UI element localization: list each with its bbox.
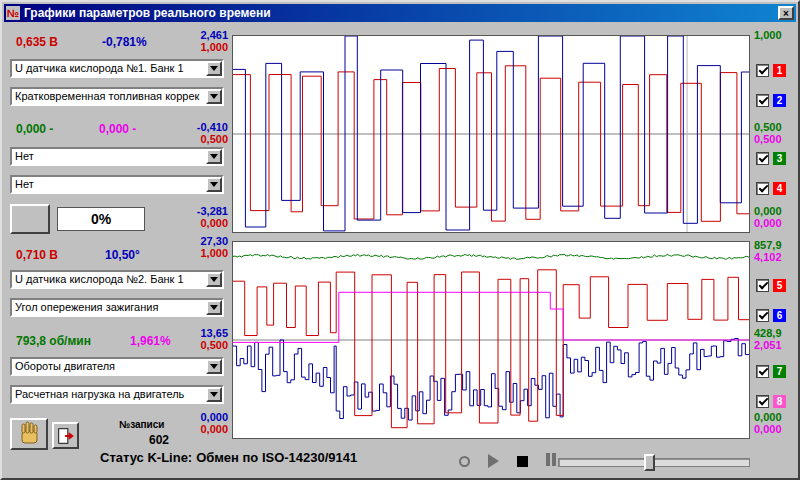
channel7-select-value: Обороты двигателя — [12, 359, 206, 374]
record-label: №записи — [119, 419, 164, 430]
channel-4-row: 4 — [756, 182, 786, 195]
channel2-value: -0,781% — [102, 35, 147, 49]
chart-bottom[interactable] — [232, 241, 750, 439]
channel-8-checkbox[interactable] — [756, 395, 769, 408]
channel3-dropdown-button[interactable] — [206, 149, 222, 164]
pause-icon — [545, 452, 557, 470]
channel4-select[interactable]: Нет — [10, 175, 224, 194]
bottom-axis-green-min: 0,000 — [754, 411, 798, 423]
channel-5-row: 5 — [756, 279, 786, 292]
channel7-value: 793,8 об/мин — [16, 334, 91, 348]
channel2-dropdown-button[interactable] — [206, 89, 222, 104]
bottom-axis-blue-mid: 13,65 — [186, 327, 228, 339]
channel7-dropdown-button[interactable] — [206, 359, 222, 374]
channel-5-checkbox[interactable] — [756, 279, 769, 292]
channel2-select[interactable]: Кратковременная топливная коррек — [10, 87, 224, 106]
channel5-select[interactable]: U датчика кислорода №2. Банк 1 — [10, 270, 224, 289]
channel6-dropdown-button[interactable] — [206, 300, 222, 315]
bottom-axis-green-max: 857,9 — [754, 239, 798, 251]
bottom-axis-blue-min: 0,000 — [186, 411, 228, 423]
scrollbar-thumb[interactable] — [644, 454, 655, 471]
top-axis-magenta-mid: 0,500 — [754, 133, 798, 145]
channel-3-checkbox[interactable] — [756, 152, 769, 165]
chart-top-canvas — [233, 36, 749, 232]
channel-2-badge: 2 — [773, 94, 786, 107]
channel-6-checkbox[interactable] — [756, 309, 769, 322]
top-axis-blue-mid: -0,410 — [186, 121, 228, 133]
status-value: Обмен по ISO-14230/9141 — [196, 450, 357, 465]
channel4-dropdown-button[interactable] — [206, 177, 222, 192]
close-icon: × — [783, 9, 789, 18]
stop-button[interactable] — [512, 452, 532, 470]
record-button[interactable] — [454, 452, 474, 470]
chart-top[interactable] — [232, 35, 750, 233]
channel2-select-value: Кратковременная топливная коррек — [12, 89, 206, 104]
chevron-down-icon — [210, 277, 218, 282]
channel4-select-value: Нет — [12, 177, 206, 192]
channel6-value: 10,50° — [105, 248, 140, 262]
hand-pause-button[interactable] — [10, 418, 48, 450]
top-axis-green-min: 0,000 — [754, 205, 798, 217]
channel8-value: 1,961% — [130, 334, 171, 348]
window: № Графики параметров реального времени ×… — [0, 0, 800, 480]
channel-1-checkbox[interactable] — [756, 64, 769, 77]
channel8-select-value: Расчетная нагрузка на двигатель — [12, 387, 206, 402]
progress-box: 0% — [57, 207, 145, 231]
channel-7-badge: 7 — [773, 365, 786, 378]
channel-8-badge: 8 — [773, 395, 786, 408]
channel8-dropdown-button[interactable] — [206, 387, 222, 402]
channel-6-row: 6 — [756, 309, 786, 322]
chevron-down-icon — [210, 182, 218, 187]
chevron-down-icon — [210, 66, 218, 71]
channel-2-checkbox[interactable] — [756, 94, 769, 107]
channel5-select-value: U датчика кислорода №2. Банк 1 — [12, 272, 206, 287]
bottom-axis-red-mid: 0,500 — [186, 339, 228, 351]
top-axis-green-max: 1,000 — [754, 29, 798, 41]
channel5-dropdown-button[interactable] — [206, 272, 222, 287]
channel-4-checkbox[interactable] — [756, 182, 769, 195]
bottom-axis-red-max: 1,000 — [186, 247, 228, 259]
channel6-select-value: Угол опережения зажигания — [12, 300, 206, 315]
channel1-select[interactable]: U датчика кислорода №1. Банк 1 — [10, 59, 224, 78]
bottom-axis-blue-max: 27,30 — [186, 235, 228, 247]
channel-2-row: 2 — [756, 94, 786, 107]
chevron-down-icon — [210, 305, 218, 310]
channel-7-checkbox[interactable] — [756, 365, 769, 378]
channel-3-row: 3 — [756, 152, 786, 165]
bottom-axis-magenta-min: 0,000 — [754, 423, 798, 435]
title-bar[interactable]: № Графики параметров реального времени × — [4, 4, 796, 22]
bottom-axis-magenta-max: 4,102 — [754, 251, 798, 263]
channel3-select[interactable]: Нет — [10, 147, 224, 166]
record-icon — [459, 456, 470, 467]
chevron-down-icon — [210, 94, 218, 99]
channel-7-row: 7 — [756, 365, 786, 378]
channel-3-badge: 3 — [773, 152, 786, 165]
top-axis-red-max: 1,000 — [186, 41, 228, 53]
close-button[interactable]: × — [778, 6, 794, 20]
top-axis-magenta-min: 0,000 — [754, 217, 798, 229]
channel8-select[interactable]: Расчетная нагрузка на двигатель — [10, 385, 224, 404]
top-axis-blue-min: -3,281 — [186, 205, 228, 217]
record-number: 602 — [149, 433, 169, 447]
channel6-select[interactable]: Угол опережения зажигания — [10, 298, 224, 317]
channel5-value: 0,710 В — [16, 248, 58, 262]
channel1-dropdown-button[interactable] — [206, 61, 222, 76]
window-icon: № — [6, 6, 20, 20]
chevron-down-icon — [210, 364, 218, 369]
channel1-select-value: U датчика кислорода №1. Банк 1 — [12, 61, 206, 76]
channel1-value: 0,635 В — [16, 35, 58, 49]
chevron-down-icon — [210, 154, 218, 159]
exit-button[interactable] — [52, 422, 79, 449]
top-axis-green-mid: 0,500 — [754, 121, 798, 133]
channel-1-row: 1 — [756, 64, 786, 77]
window-title: Графики параметров реального времени — [24, 6, 774, 20]
blank-tool-button[interactable] — [10, 204, 50, 234]
top-axis-blue-max: 2,461 — [186, 29, 228, 41]
chart-bottom-canvas — [233, 242, 749, 438]
channel-8-row: 8 — [756, 395, 786, 408]
stop-icon — [517, 456, 528, 467]
channel7-select[interactable]: Обороты двигателя — [10, 357, 224, 376]
play-button[interactable] — [483, 452, 503, 470]
timeline-scrollbar[interactable] — [558, 458, 750, 467]
top-axis-red-mid: 0,500 — [186, 133, 228, 145]
